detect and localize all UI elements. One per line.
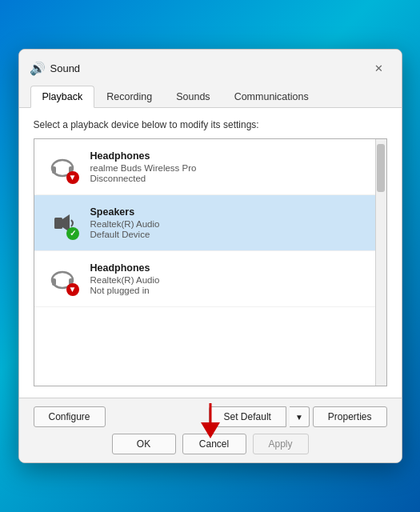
device-info-3: Headphones Realtek(R) Audio Not plugged … <box>90 262 370 295</box>
bottom-buttons: Configure Set Default ▼ Properties OK Ca… <box>19 398 402 462</box>
sound-icon: 🔊 <box>30 61 45 75</box>
btn-row2: OK Cancel Apply <box>34 434 387 454</box>
properties-button[interactable]: Properties <box>313 406 387 427</box>
tab-bar: Playback Recording Sounds Communications <box>19 78 402 108</box>
device-icon-wrap-1: ▼ <box>44 149 81 186</box>
device-info-2: Speakers Realtek(R) Audio Default Device <box>90 206 370 239</box>
set-default-button[interactable]: Set Default <box>209 406 286 427</box>
device-item-headphones-1[interactable]: ▼ Headphones realme Buds Wireless Pro Di… <box>34 139 386 195</box>
badge-green-2: ✓ <box>66 227 79 240</box>
scrollbar[interactable] <box>375 139 386 386</box>
window-title: Sound <box>50 62 81 74</box>
device-item-headphones-2[interactable]: ▼ Headphones Realtek(R) Audio Not plugge… <box>34 251 386 307</box>
set-default-dropdown[interactable]: ▼ <box>290 406 310 427</box>
device-sub-1: realme Buds Wireless Pro <box>90 163 370 173</box>
description-text: Select a playback device below to modify… <box>34 119 387 130</box>
device-icon-wrap-2: ✓ <box>44 205 81 242</box>
sound-dialog: 🔊 Sound ✕ Playback Recording Sounds Comm… <box>18 49 402 463</box>
configure-button[interactable]: Configure <box>34 406 106 427</box>
device-status-3: Not plugged in <box>90 286 370 295</box>
badge-red-3: ▼ <box>66 283 79 296</box>
device-status-2: Default Device <box>90 230 370 239</box>
tab-sounds[interactable]: Sounds <box>164 86 222 108</box>
btn-row1: Configure Set Default ▼ Properties <box>34 406 387 427</box>
svg-rect-1 <box>52 166 56 174</box>
device-sub-3: Realtek(R) Audio <box>90 275 370 285</box>
device-name-3: Headphones <box>90 262 370 274</box>
ok-button[interactable]: OK <box>112 434 176 454</box>
tab-playback[interactable]: Playback <box>30 86 95 108</box>
svg-rect-6 <box>52 278 56 286</box>
device-sub-2: Realtek(R) Audio <box>90 219 370 229</box>
device-list: ▼ Headphones realme Buds Wireless Pro Di… <box>34 138 387 386</box>
tab-communications[interactable]: Communications <box>222 86 321 108</box>
scrollbar-thumb <box>377 144 385 192</box>
device-status-1: Disconnected <box>90 174 370 183</box>
device-item-speakers[interactable]: ✓ Speakers Realtek(R) Audio Default Devi… <box>34 195 386 251</box>
svg-rect-3 <box>54 218 62 229</box>
cancel-button[interactable]: Cancel <box>182 434 246 454</box>
device-icon-wrap-3: ▼ <box>44 261 81 298</box>
close-button[interactable]: ✕ <box>368 59 390 77</box>
apply-button[interactable]: Apply <box>253 434 309 454</box>
badge-red-1: ▼ <box>66 171 79 184</box>
main-content: Select a playback device below to modify… <box>19 108 402 398</box>
device-name-1: Headphones <box>90 150 370 162</box>
device-info-1: Headphones realme Buds Wireless Pro Disc… <box>90 150 370 183</box>
tab-recording[interactable]: Recording <box>94 86 164 108</box>
title-bar: 🔊 Sound ✕ <box>19 50 402 78</box>
device-name-2: Speakers <box>90 206 370 218</box>
title-left: 🔊 Sound <box>30 61 81 75</box>
